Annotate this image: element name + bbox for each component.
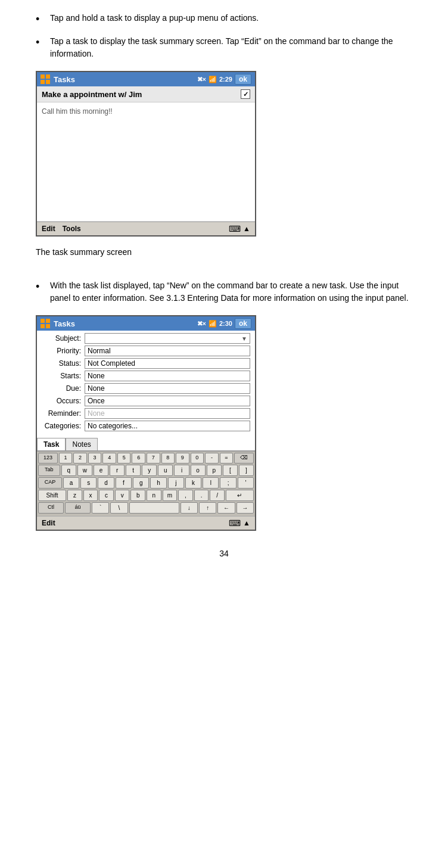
key-c[interactable]: c <box>99 490 114 501</box>
device2-titlebar: Tasks ✖× 📶 2:30 ok <box>37 316 255 331</box>
key-l[interactable]: l <box>203 477 219 489</box>
key-f[interactable]: f <box>116 477 132 489</box>
form-row-occurs: Occurs: Once <box>42 396 250 406</box>
key-equals[interactable]: = <box>220 453 234 463</box>
windows-logo-icon <box>41 74 50 84</box>
key-minus[interactable]: - <box>205 453 219 463</box>
windows-logo-icon-2 <box>41 319 50 328</box>
key-aue[interactable]: áü <box>65 502 91 514</box>
key-left[interactable]: ← <box>217 502 235 514</box>
key-d[interactable]: d <box>98 477 114 489</box>
key-9[interactable]: 9 <box>176 453 189 463</box>
key-p[interactable]: p <box>207 465 222 476</box>
input-status[interactable]: Not Completed <box>85 358 250 369</box>
key-caps[interactable]: CAP <box>38 477 62 489</box>
ok-button-2[interactable]: ok <box>235 318 251 329</box>
priority-value: Normal <box>88 347 111 355</box>
input-occurs[interactable]: Once <box>85 396 250 406</box>
key-enter[interactable]: ↵ <box>226 490 254 501</box>
key-x[interactable]: x <box>83 490 98 501</box>
edit-menu-item[interactable]: Edit <box>42 225 55 233</box>
input-starts[interactable]: None <box>85 371 250 381</box>
key-period[interactable]: . <box>194 490 209 501</box>
dropdown-arrow-subject: ▼ <box>241 335 247 342</box>
key-w[interactable]: w <box>77 465 92 476</box>
key-backspace[interactable]: ⌫ <box>234 453 254 463</box>
task-notes-area: Call him this morning!! <box>37 102 255 222</box>
key-down[interactable]: ↓ <box>181 502 198 514</box>
svg-rect-7 <box>46 324 50 328</box>
key-row-2: Tab q w e r t y u i o p [ ] <box>38 465 254 476</box>
key-quote[interactable]: ' <box>238 477 254 489</box>
tab-notes[interactable]: Notes <box>66 438 97 450</box>
key-k[interactable]: k <box>185 477 201 489</box>
key-comma[interactable]: , <box>178 490 193 501</box>
key-r[interactable]: r <box>110 465 125 476</box>
key-ctrl[interactable]: Ctl <box>38 502 64 514</box>
svg-rect-2 <box>41 80 45 84</box>
key-m[interactable]: m <box>163 490 178 501</box>
key-b[interactable]: b <box>130 490 145 501</box>
bullet-text-2: Tap a task to display the task summary s… <box>50 35 412 60</box>
key-2[interactable]: 2 <box>73 453 87 463</box>
device2-app-name: Tasks <box>54 319 75 328</box>
input-categories[interactable]: No categories... <box>85 421 250 431</box>
key-rbracket[interactable]: ] <box>239 465 254 476</box>
key-slash[interactable]: / <box>210 490 225 501</box>
key-space[interactable] <box>129 502 179 514</box>
key-right[interactable]: → <box>237 502 254 514</box>
key-t[interactable]: t <box>126 465 141 476</box>
key-up[interactable]: ↑ <box>199 502 216 514</box>
label-reminder: Reminder: <box>42 409 85 418</box>
tab-task[interactable]: Task <box>37 438 66 450</box>
key-z[interactable]: z <box>67 490 82 501</box>
key-lbracket[interactable]: [ <box>223 465 238 476</box>
key-0[interactable]: 0 <box>191 453 204 463</box>
key-i[interactable]: i <box>174 465 189 476</box>
ok-button[interactable]: ok <box>235 74 251 85</box>
key-1[interactable]: 1 <box>59 453 73 463</box>
device2-cmdbar-icons: ⌨ ▲ <box>229 518 250 528</box>
input-reminder[interactable]: None <box>85 408 250 419</box>
key-s[interactable]: s <box>80 477 97 489</box>
key-n[interactable]: n <box>147 490 161 501</box>
key-4[interactable]: 4 <box>102 453 116 463</box>
key-h[interactable]: h <box>150 477 166 489</box>
key-tab[interactable]: Tab <box>38 465 60 476</box>
key-7[interactable]: 7 <box>147 453 160 463</box>
key-shift[interactable]: Shift <box>38 490 66 501</box>
label-starts: Starts: <box>42 372 85 380</box>
key-a[interactable]: a <box>63 477 79 489</box>
tools-menu-item[interactable]: Tools <box>63 225 81 233</box>
key-6[interactable]: 6 <box>132 453 145 463</box>
key-g[interactable]: g <box>133 477 149 489</box>
key-o[interactable]: o <box>191 465 206 476</box>
key-q[interactable]: q <box>61 465 76 476</box>
key-123[interactable]: 123 <box>38 453 58 463</box>
key-3[interactable]: 3 <box>88 453 102 463</box>
input-priority[interactable]: Normal <box>85 346 250 356</box>
key-5[interactable]: 5 <box>117 453 131 463</box>
key-v[interactable]: v <box>115 490 130 501</box>
label-due: Due: <box>42 384 85 393</box>
form-row-status: Status: Not Completed <box>42 358 250 369</box>
input-subject[interactable]: ▼ <box>85 333 250 344</box>
key-e[interactable]: e <box>94 465 108 476</box>
task-checkbox[interactable]: ✓ <box>241 89 250 99</box>
keyboard-icon-1[interactable]: ⌨ <box>229 224 241 234</box>
edit-menu-item-2[interactable]: Edit <box>42 519 55 527</box>
key-u[interactable]: u <box>158 465 173 476</box>
key-8[interactable]: 8 <box>161 453 175 463</box>
device2: Tasks ✖× 📶 2:30 ok Subject: ▼ Priority: <box>36 315 256 531</box>
key-j[interactable]: j <box>168 477 184 489</box>
key-y[interactable]: y <box>142 465 157 476</box>
device1-cmdbar: Edit Tools ⌨ ▲ <box>37 222 255 235</box>
task-title-text: Make a appointment w/ Jim <box>42 90 142 99</box>
keyboard-icon-2[interactable]: ⌨ <box>229 518 241 528</box>
input-due[interactable]: None <box>85 383 250 394</box>
key-backslash[interactable]: \ <box>110 502 127 514</box>
keyboard: 123 1 2 3 4 5 6 7 8 9 0 - = ⌫ Tab q w e … <box>37 451 255 516</box>
key-semicolon[interactable]: ; <box>220 477 236 489</box>
key-backtick[interactable]: ` <box>92 502 109 514</box>
bullet-item-middle: • With the task list displayed, tap “New… <box>36 279 412 304</box>
